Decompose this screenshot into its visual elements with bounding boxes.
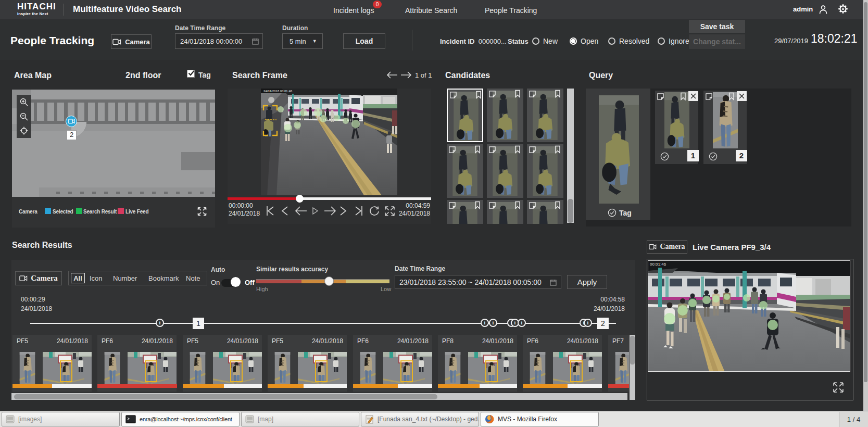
svg-text:24/01/2018 00:01:46: 24/01/2018 00:01:46 — [263, 90, 293, 93]
svg-text:00:01:46: 00:01:46 — [650, 262, 666, 267]
